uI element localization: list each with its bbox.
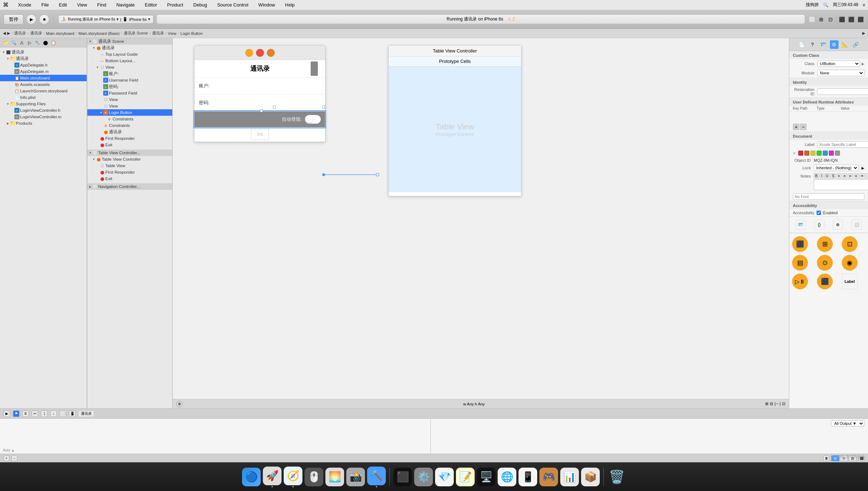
dock-chrome[interactable]: 🌐 bbox=[498, 468, 516, 486]
access-id-icon[interactable]: 🪪 bbox=[796, 220, 806, 230]
breadcrumb-project[interactable]: 通讯录 bbox=[14, 31, 26, 36]
pause-button[interactable]: 暂停 bbox=[4, 14, 23, 24]
outline-password-field[interactable]: F Password Field bbox=[87, 90, 172, 96]
breadcrumb-forward[interactable]: ▶ bbox=[7, 31, 10, 36]
login-button-row[interactable]: 自动登陆: bbox=[195, 111, 325, 127]
outline-tablevc[interactable]: ⬤ Table View Controller bbox=[87, 156, 172, 162]
tree-item-loginvc-h[interactable]: h LoginViewController.h bbox=[0, 107, 87, 114]
lock-dropdown[interactable]: Inherited - (Nothing) bbox=[814, 165, 859, 171]
dock-photos2[interactable]: 📸 bbox=[346, 468, 365, 486]
apple-menu[interactable]: ⌘ bbox=[3, 1, 9, 8]
menu-file[interactable]: File bbox=[39, 1, 51, 8]
bp-nav-icon[interactable]: ⬤ bbox=[42, 40, 48, 46]
lib-item-5[interactable]: ⊙ bbox=[817, 255, 833, 271]
breadcrumb-group[interactable]: 通讯录 bbox=[30, 31, 42, 36]
lib-item-label[interactable]: Label bbox=[842, 274, 858, 289]
layout-icon[interactable]: ⊟ bbox=[770, 401, 773, 406]
run-button[interactable]: ▶ bbox=[26, 14, 36, 24]
menubar-controls[interactable]: ≡ bbox=[863, 3, 865, 8]
arrow-scene[interactable] bbox=[88, 39, 92, 43]
debug-pause-btn[interactable]: ⏸ bbox=[22, 410, 29, 417]
id-inspector-icon[interactable]: 🪪 bbox=[819, 40, 828, 49]
justify-button[interactable]: ≡ bbox=[854, 173, 859, 179]
menu-editor[interactable]: Editor bbox=[143, 1, 159, 8]
dock-preferences[interactable]: ⚙️ bbox=[414, 468, 433, 486]
color-swatch-yellow[interactable] bbox=[810, 151, 816, 156]
color-swatch-green[interactable] bbox=[817, 151, 822, 156]
access-rect-icon[interactable]: ⬜ bbox=[851, 220, 862, 230]
grid-icon[interactable]: ⊞ bbox=[765, 401, 768, 406]
lib-item-6[interactable]: ◉ bbox=[842, 255, 858, 271]
bold-button[interactable]: B bbox=[814, 173, 819, 179]
lib-item-8[interactable]: ⬛ bbox=[817, 274, 833, 289]
dock-xcode[interactable]: 🔨 bbox=[367, 467, 386, 487]
right-align-button[interactable]: ≡ bbox=[848, 173, 853, 179]
restoration-input[interactable] bbox=[817, 88, 868, 95]
access-target-icon[interactable]: ⊕ bbox=[833, 220, 843, 230]
size-inspector-icon[interactable]: 📐 bbox=[841, 40, 849, 49]
arrow-view-main[interactable] bbox=[95, 65, 100, 69]
breadcrumb-scene[interactable]: 通讯录 Scene bbox=[124, 31, 148, 36]
dock-safari[interactable]: 🧭 bbox=[284, 467, 302, 487]
utilities-toggle-icon[interactable]: ⬛ bbox=[856, 15, 864, 23]
report-nav-icon[interactable]: 📋 bbox=[50, 40, 56, 46]
debug-toggle-icon[interactable]: ⬛ bbox=[847, 15, 855, 23]
left-align-button[interactable]: ≡ bbox=[836, 173, 841, 179]
center-align-button[interactable]: ≡ bbox=[842, 173, 847, 179]
outline-pwd-label[interactable]: L 密码: bbox=[87, 83, 172, 90]
attributes-inspector-icon[interactable]: ⚙ bbox=[830, 40, 839, 49]
color-swatch-gray[interactable] bbox=[835, 151, 840, 156]
menu-help[interactable]: Help bbox=[283, 1, 297, 8]
tree-item-products[interactable]: 📁 Products bbox=[0, 120, 87, 127]
notes-textarea[interactable] bbox=[814, 179, 868, 190]
dock-sketch[interactable]: 💎 bbox=[435, 468, 454, 486]
breadcrumb-base[interactable]: Main.storyboard (Base) bbox=[78, 31, 119, 36]
help-inspector-icon[interactable]: ? bbox=[808, 40, 817, 49]
menu-window[interactable]: Window bbox=[256, 1, 277, 8]
outline-acct-label[interactable]: L 账户: bbox=[87, 70, 172, 77]
dock-mouse[interactable]: 🖱️ bbox=[305, 468, 323, 486]
tree-item-assets[interactable]: 🎨 Assets.xcassets bbox=[0, 81, 87, 88]
lib-item-3[interactable]: ⊡ bbox=[842, 236, 858, 252]
dock-trash[interactable]: 🗑️ bbox=[607, 468, 626, 486]
debug-stepover-btn[interactable]: ⤵ bbox=[41, 410, 47, 417]
arrow-vc[interactable] bbox=[92, 46, 96, 50]
navigator-toggle-icon[interactable]: ⬛ bbox=[838, 15, 846, 23]
toggle-switch[interactable] bbox=[305, 115, 321, 124]
lib-item-7[interactable]: ▷⏸ bbox=[792, 274, 808, 289]
arrow-navvc[interactable] bbox=[88, 184, 92, 189]
menu-xcode[interactable]: Xcode bbox=[16, 1, 33, 8]
access-code-icon[interactable]: {} bbox=[814, 220, 824, 230]
dock-finder[interactable]: 🔵 bbox=[242, 468, 261, 486]
arrow-tablevc-scene[interactable] bbox=[88, 151, 92, 155]
tree-item-supporting-files[interactable]: 📁 Supporting Files bbox=[0, 101, 87, 107]
tree-item-appdelegate-h[interactable]: h AppDelegate.h bbox=[0, 62, 87, 68]
connection-inspector-icon[interactable]: 🔗 bbox=[851, 40, 860, 49]
symbol-nav-icon[interactable]: 🔍 bbox=[11, 40, 17, 46]
dock-app2[interactable]: 🎮 bbox=[539, 468, 558, 486]
strikethrough-button[interactable]: S bbox=[831, 173, 836, 179]
outline-username-field[interactable]: F Username Field bbox=[87, 77, 172, 83]
dock-photos[interactable]: 🌅 bbox=[325, 468, 344, 486]
remove-panel-btn[interactable]: − bbox=[12, 455, 17, 461]
input-method[interactable]: 搜狗拼 bbox=[806, 2, 819, 8]
udra-remove-button[interactable]: − bbox=[800, 124, 807, 130]
outline-first-responder[interactable]: ⬤ First Responder bbox=[87, 135, 172, 142]
password-input[interactable] bbox=[219, 97, 321, 108]
color-swatch-blue[interactable] bbox=[823, 151, 828, 156]
outline-navvc-scene[interactable]: ⬜ Navigation Controller... bbox=[87, 183, 172, 190]
debug-step-btn[interactable]: ↩ bbox=[32, 410, 38, 417]
outline-view-2[interactable]: ☐ View bbox=[87, 103, 172, 109]
breadcrumb-storyboard[interactable]: Main.storyboard bbox=[46, 31, 74, 36]
menu-product[interactable]: Product bbox=[165, 1, 186, 8]
outline-exit2[interactable]: ⬤ Exit bbox=[87, 175, 172, 182]
file-inspector-icon[interactable]: 📄 bbox=[798, 40, 806, 49]
lib-item-4[interactable]: ▤ bbox=[792, 255, 808, 271]
link-button[interactable]: ↗ bbox=[866, 173, 868, 179]
color-swatch-purple[interactable] bbox=[829, 151, 834, 156]
udra-add-button[interactable]: + bbox=[793, 124, 799, 130]
menu-navigate[interactable]: Navigate bbox=[114, 1, 137, 8]
edit-button[interactable]: ✏ bbox=[859, 173, 865, 179]
arrow-tablevc[interactable] bbox=[92, 157, 96, 161]
assistant-editor-icon[interactable]: ⊞ bbox=[817, 15, 825, 23]
